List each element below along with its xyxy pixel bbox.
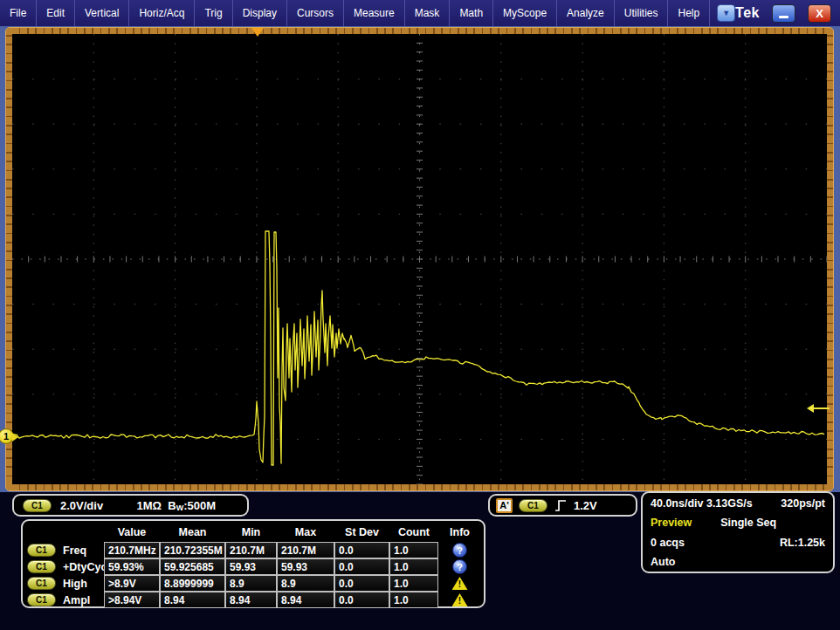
minimize-button[interactable] (772, 4, 795, 23)
preview-status: Preview (651, 517, 692, 529)
meas-value: >8.94V (104, 592, 160, 608)
channel-1-readout[interactable]: C1 2.0V/div 1MΩ BW:500M (12, 494, 249, 517)
close-button[interactable]: X (808, 4, 831, 23)
col-header-max: Max (277, 523, 334, 542)
sample-rate: 3.13GS/s (706, 497, 753, 510)
acquisition-count: 0 acqs (651, 537, 685, 549)
col-header-min: Min (225, 523, 277, 542)
measurement-name: Ampl (63, 594, 90, 606)
meas-value: 210.7MHz (104, 542, 160, 558)
meas-max: 210.7M (277, 542, 334, 558)
meas-min: 59.93 (225, 558, 277, 575)
info-question-icon[interactable]: ? (452, 559, 467, 574)
timebase-row: 40.0ns/div 3.13GS/s 320ps/pt (651, 497, 825, 510)
trigger-level-value: 1.2V (574, 499, 597, 512)
meas-max: 8.94 (277, 592, 334, 608)
measurement-table-box: Value Mean Min Max St Dev Count Info C1 … (21, 519, 485, 608)
meas-mean: 8.8999999 (160, 575, 225, 592)
menu-dropdown-button[interactable]: ▼ (717, 4, 735, 22)
trigger-level-arrow-icon[interactable] (814, 407, 830, 409)
meas-row-label: C1 Freq (25, 542, 104, 558)
mode-row: Preview Single Seq (651, 517, 825, 529)
meas-stdev: 0.0 (334, 575, 389, 592)
menu-measure[interactable]: Measure (344, 0, 405, 26)
measurement-name: Freq (63, 544, 86, 557)
chevron-down-icon: ▼ (722, 9, 730, 17)
titlebar-right: Tek X (735, 0, 840, 26)
trigger-position-marker[interactable] (251, 28, 264, 37)
frame-ticks-bottom (12, 484, 827, 490)
close-icon: X (816, 7, 823, 20)
frame-ticks-right (827, 34, 833, 484)
acquisition-mode: Single Seq (720, 517, 776, 529)
menu-file[interactable]: File (0, 0, 37, 26)
bw-sub: W (176, 503, 184, 512)
acq-row: 0 acqs RL:1.25k (651, 537, 825, 549)
waveform-svg (12, 34, 827, 484)
trigger-mode-row: Auto (651, 556, 825, 568)
menu-help[interactable]: Help (668, 0, 710, 26)
horizontal-readout[interactable]: 40.0ns/div 3.13GS/s 320ps/pt Preview Sin… (641, 491, 835, 573)
oscilloscope-window: File Edit Vertical Horiz/Acq Trig Displa… (0, 0, 840, 630)
meas-max: 59.93 (277, 558, 334, 575)
meas-row-label: C1 Ampl (25, 592, 104, 608)
meas-value: 59.93% (104, 558, 160, 575)
bw-prefix: B (168, 499, 176, 512)
minimize-icon (779, 16, 788, 18)
trigger-mode: Auto (651, 556, 675, 568)
trigger-source-badge[interactable]: A' (496, 498, 513, 513)
meas-count: 1.0 (389, 575, 438, 592)
rising-edge-icon (554, 498, 568, 512)
menu-math[interactable]: Math (450, 0, 493, 26)
readout-area: C1 2.0V/div 1MΩ BW:500M A' C1 1.2V 40.0n… (0, 492, 840, 630)
meas-min: 210.7M (225, 542, 277, 558)
trigger-readout[interactable]: A' C1 1.2V (488, 494, 637, 517)
menu-bar: File Edit Vertical Horiz/Acq Trig Displa… (0, 0, 840, 26)
frame-ticks-top (12, 28, 827, 34)
meas-stdev: 0.0 (334, 558, 389, 575)
info-warning-icon[interactable]: ! (452, 577, 468, 590)
corner-cell (25, 523, 104, 542)
meas-row-label: C1 High (25, 575, 104, 592)
menu-horiz-acq[interactable]: Horiz/Acq (129, 0, 195, 26)
meas-min: 8.94 (225, 592, 277, 608)
measurement-name: High (63, 578, 87, 590)
menu-analyze[interactable]: Analyze (557, 0, 615, 26)
channel-badge[interactable]: C1 (27, 544, 56, 557)
meas-row-label: C1 +DtyCyc (25, 558, 104, 575)
channel-badge[interactable]: C1 (27, 593, 56, 606)
meas-count: 1.0 (389, 558, 438, 575)
meas-stdev: 0.0 (334, 542, 389, 558)
trigger-channel-badge[interactable]: C1 (519, 499, 547, 512)
resolution: 320ps/pt (781, 497, 825, 510)
col-header-stdev: St Dev (334, 523, 389, 542)
meas-stdev: 0.0 (334, 592, 389, 608)
col-header-value: Value (104, 523, 160, 542)
menu-vertical[interactable]: Vertical (75, 0, 129, 26)
col-header-mean: Mean (160, 523, 225, 542)
info-question-icon[interactable]: ? (452, 543, 467, 558)
meas-mean: 210.72355M (160, 542, 225, 558)
channel-badge[interactable]: C1 (27, 560, 56, 573)
waveform-plot[interactable]: 1 (12, 34, 827, 484)
menu-edit[interactable]: Edit (37, 0, 75, 26)
scope-display-row: 1 (0, 26, 840, 492)
channel-badge[interactable]: C1 (23, 499, 52, 512)
menu-display[interactable]: Display (233, 0, 287, 26)
tek-logo: Tek (735, 5, 760, 21)
measurement-table: Value Mean Min Max St Dev Count Info C1 … (25, 523, 481, 605)
frame-ticks-left (6, 34, 12, 484)
meas-max: 8.9 (277, 575, 334, 592)
bw-value: :500M (183, 499, 216, 512)
meas-mean: 59.925685 (160, 558, 225, 575)
menu-utilities[interactable]: Utilities (615, 0, 669, 26)
meas-min: 8.9 (225, 575, 277, 592)
menu-trig[interactable]: Trig (195, 0, 232, 26)
menu-mask[interactable]: Mask (405, 0, 451, 26)
channel-badge[interactable]: C1 (27, 577, 56, 590)
meas-mean: 8.94 (160, 592, 225, 608)
col-header-count: Count (389, 523, 438, 542)
menu-myscope[interactable]: MyScope (493, 0, 557, 26)
menu-cursors[interactable]: Cursors (287, 0, 344, 26)
info-warning-icon[interactable]: ! (452, 593, 468, 606)
